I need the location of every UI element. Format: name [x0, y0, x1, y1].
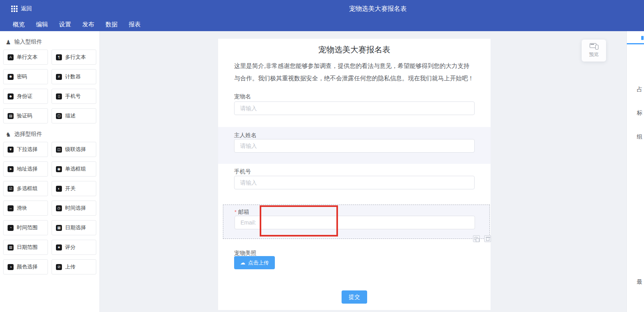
date-select-icon: ▦ — [56, 225, 62, 231]
component-id-card[interactable]: ☻身份证 — [3, 89, 48, 104]
input-components-section-title: ♟ 输入型组件 — [6, 38, 96, 46]
time-select-icon: ◷ — [56, 205, 62, 211]
component-mobile-phone[interactable]: ▯手机号 — [52, 89, 96, 104]
annotation-rectangle — [260, 205, 338, 236]
properties-panel: 占 标 组 最 — [626, 31, 644, 312]
component-address-select[interactable]: ➤地址选择 — [3, 161, 48, 177]
input-components-grid: A单行文本 ¶多行文本 ✱密码 #计数器 ☻身份证 ▯手机号 ▤验证码 ⓘ描述 — [3, 50, 96, 123]
component-description[interactable]: ⓘ描述 — [52, 108, 96, 123]
component-counter[interactable]: #计数器 — [52, 69, 96, 84]
cascade-select-icon: ◫ — [56, 147, 62, 153]
owner-name-input[interactable] — [234, 139, 475, 153]
upload-button[interactable]: ☁ 点击上传 — [234, 256, 275, 269]
address-select-icon: ➤ — [8, 166, 14, 172]
component-radio-group[interactable]: ◉单选框组 — [52, 161, 96, 177]
panel-active-tab-underline — [627, 43, 644, 44]
component-sidebar: ♟ 输入型组件 A单行文本 ¶多行文本 ✱密码 #计数器 ☻身份证 ▯手机号 ▤… — [0, 31, 100, 312]
component-date-select[interactable]: ▦日期选择 — [52, 220, 96, 235]
counter-icon: # — [56, 74, 62, 80]
component-password[interactable]: ✱密码 — [3, 69, 48, 84]
tab-settings[interactable]: 设置 — [59, 19, 71, 30]
pet-name-label: 宠物名 — [234, 93, 251, 100]
panel-partial-label: 最 — [637, 278, 644, 286]
password-lock-icon: ✱ — [8, 74, 14, 80]
submit-button[interactable]: 提交 — [342, 290, 367, 304]
preview-devices-icon — [590, 43, 598, 50]
top-header-bar: 返回 宠物选美大赛报名表 概览 编辑 设置 发布 数据 报表 — [0, 0, 644, 31]
single-line-text-icon: A — [8, 54, 14, 60]
tab-report[interactable]: 报表 — [129, 19, 141, 30]
email-label: *邮箱 — [235, 209, 249, 216]
mobile-phone-icon: ▯ — [56, 93, 62, 99]
form-title: 宠物选美大赛报名表 — [218, 44, 491, 55]
preview-button[interactable]: 预览 — [582, 40, 606, 62]
page-title: 宠物选美大赛报名表 — [112, 5, 644, 13]
component-cascade-select[interactable]: ◫级联选择 — [52, 142, 96, 157]
description-info-icon: ⓘ — [56, 113, 62, 119]
select-components-grid: ▼下拉选择 ◫级联选择 ➤地址选择 ◉单选框组 ☑多选框组 ◐开关 ↔滑块 ◷时… — [3, 142, 96, 274]
phone-label: 手机号 — [234, 168, 251, 175]
component-multi-line-text[interactable]: ¶多行文本 — [52, 50, 96, 65]
component-rating[interactable]: ★评分 — [52, 240, 96, 255]
component-upload[interactable]: ⊘上传 — [52, 259, 96, 274]
tab-edit[interactable]: 编辑 — [36, 19, 48, 30]
form-card: 宠物选美大赛报名表 这里是简介,非常感谢您能够参加调查，提供您的看法与意见，希望… — [218, 39, 491, 310]
tab-overview[interactable]: 概览 — [13, 19, 25, 30]
tab-publish[interactable]: 发布 — [82, 19, 94, 30]
section-title-label: 输入型组件 — [14, 38, 42, 46]
upload-clip-icon: ⊘ — [56, 264, 62, 270]
component-time-range[interactable]: ◔时间范围 — [3, 220, 48, 235]
component-captcha[interactable]: ▤验证码 — [3, 108, 48, 123]
required-asterisk: * — [235, 209, 237, 215]
trash-icon — [486, 238, 489, 241]
form-intro: 这里是简介,非常感谢您能够参加调查，提供您的看法与意见，希望能够得到您的大力支持… — [234, 60, 475, 84]
puzzle-icon: ♞ — [6, 131, 11, 137]
preview-label: 预览 — [589, 51, 599, 58]
tab-data[interactable]: 数据 — [105, 19, 117, 30]
select-components-section-title: ♞ 选择型组件 — [6, 131, 96, 138]
time-range-icon: ◔ — [8, 225, 14, 231]
component-single-line-text[interactable]: A单行文本 — [3, 50, 48, 65]
section-title-label: 选择型组件 — [14, 131, 42, 138]
back-label[interactable]: 返回 — [21, 5, 32, 12]
checkbox-group-icon: ☑ — [8, 186, 14, 192]
dropdown-select-icon: ▼ — [8, 147, 14, 153]
copy-field-button[interactable] — [473, 235, 480, 242]
back-button[interactable]: 返回 — [11, 5, 32, 12]
component-date-range[interactable]: ▥日期范围 — [3, 240, 48, 255]
delete-field-button[interactable] — [484, 235, 491, 242]
panel-partial-label: 占 — [637, 86, 644, 93]
panel-partial-label: 组 — [637, 133, 644, 141]
puzzle-icon: ♟ — [6, 39, 11, 45]
slider-icon: ↔ — [8, 205, 14, 211]
apps-grid-icon[interactable] — [11, 6, 18, 12]
upload-button-label: 点击上传 — [248, 259, 269, 266]
header-tabs: 概览 编辑 设置 发布 数据 报表 — [13, 19, 141, 30]
component-time-select[interactable]: ◷时间选择 — [52, 201, 96, 216]
owner-name-label: 主人姓名 — [234, 132, 256, 139]
panel-partial-label: 标 — [637, 109, 644, 117]
color-picker-icon: ◑ — [8, 264, 14, 270]
id-card-icon: ☻ — [8, 93, 14, 99]
rating-star-icon: ★ — [56, 244, 62, 250]
copy-icon — [475, 237, 477, 240]
component-dropdown-select[interactable]: ▼下拉选择 — [3, 142, 48, 157]
multi-line-text-icon: ¶ — [56, 54, 62, 60]
cloud-upload-icon: ☁ — [240, 260, 245, 265]
captcha-icon: ▤ — [8, 113, 14, 119]
phone-input[interactable] — [234, 176, 475, 189]
pet-name-input[interactable] — [234, 101, 475, 115]
radio-group-icon: ◉ — [56, 166, 62, 172]
component-slider[interactable]: ↔滑块 — [3, 201, 48, 216]
component-switch[interactable]: ◐开关 — [52, 181, 96, 196]
panel-active-tab-partial — [641, 36, 644, 40]
component-checkbox-group[interactable]: ☑多选框组 — [3, 181, 48, 196]
switch-icon: ◐ — [56, 186, 62, 192]
component-color-picker[interactable]: ◑颜色选择 — [3, 259, 48, 274]
date-range-icon: ▥ — [8, 244, 14, 250]
